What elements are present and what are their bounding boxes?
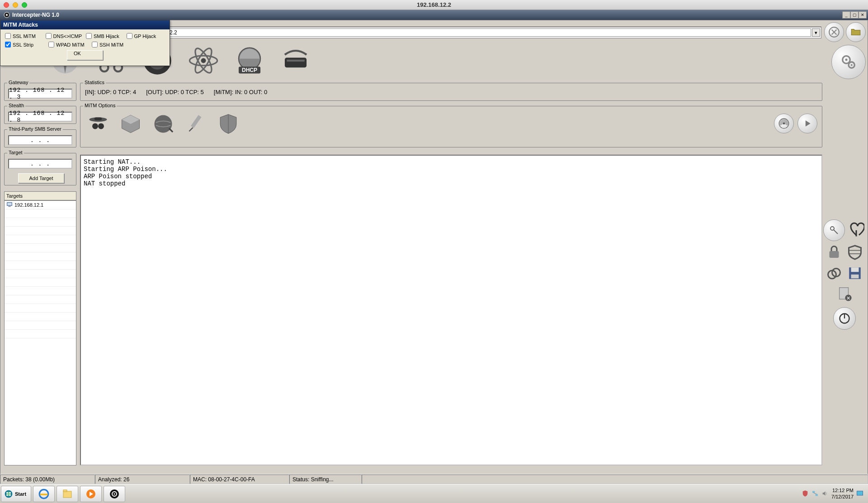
- status-bar: Packets: 38 (0.00Mb) Analyzed: 26 MAC: 0…: [0, 474, 868, 484]
- tray-clock[interactable]: 12:12 PM 7/12/2017: [831, 488, 854, 499]
- mac-close-button[interactable]: [4, 2, 9, 8]
- svg-line-63: [814, 493, 817, 494]
- taskbar-ie-button[interactable]: [33, 486, 55, 502]
- mac-titlebar: 192.168.12.2: [0, 0, 868, 10]
- toolbar-router-icon[interactable]: [278, 43, 313, 78]
- target-label: Target: [7, 150, 24, 155]
- app-close-button[interactable]: ✕: [859, 11, 867, 19]
- mitm-play-button[interactable]: [797, 114, 817, 133]
- target-group: Target . . . Add Target: [4, 153, 76, 185]
- right-file-delete-button[interactable]: ✕: [835, 285, 854, 304]
- tray-volume-icon[interactable]: [821, 490, 829, 498]
- settings-button[interactable]: [831, 45, 866, 79]
- stop-button[interactable]: [824, 22, 844, 42]
- computer-icon: [6, 201, 13, 209]
- mitm-options-group: MiTM Options: [80, 106, 822, 147]
- svg-point-8: [851, 64, 853, 66]
- mac-minimize-button[interactable]: [13, 2, 18, 8]
- right-power-button[interactable]: [833, 307, 856, 330]
- target-row-empty: [5, 244, 76, 252]
- mitm-options-label: MiTM Options: [83, 103, 117, 108]
- svg-rect-56: [63, 490, 67, 492]
- start-label: Start: [15, 491, 26, 497]
- right-rings-button[interactable]: [825, 264, 844, 283]
- svg-rect-61: [812, 491, 815, 493]
- mitm-syringe-icon[interactable]: [183, 111, 209, 137]
- tray-shield-icon[interactable]: [802, 490, 809, 498]
- app-titlebar: Intercepter-NG 1.0 _ ▢ ✕: [0, 10, 868, 20]
- right-lock-button[interactable]: [825, 243, 844, 262]
- svg-text:✕: ✕: [846, 295, 850, 301]
- svg-point-31: [92, 123, 98, 129]
- mitm-shield-icon[interactable]: [215, 111, 241, 137]
- app-restore-button[interactable]: ▢: [850, 11, 859, 19]
- mitm-box-icon[interactable]: [118, 111, 144, 137]
- chk-gp-hijack[interactable]: GP Hijack: [127, 33, 165, 39]
- right-layershield-button[interactable]: [845, 243, 864, 262]
- start-button[interactable]: Start: [1, 486, 31, 502]
- right-heart-button[interactable]: [847, 219, 866, 238]
- dialog-title[interactable]: MiTM Attacks: [0, 20, 170, 29]
- svg-line-35: [189, 128, 193, 131]
- right-key-button[interactable]: [823, 219, 845, 241]
- target-ip: 192.168.12.1: [14, 202, 43, 208]
- mitm-spy-icon[interactable]: [85, 111, 111, 137]
- svg-point-7: [845, 59, 848, 61]
- log-console[interactable]: Starting NAT... Starting ARP Poison... A…: [80, 155, 822, 465]
- statistics-label: Statistics: [83, 80, 106, 85]
- status-packets: Packets: 38 (0.00Mb): [0, 475, 95, 484]
- svg-rect-46: [851, 267, 859, 272]
- svg-point-20: [201, 58, 206, 63]
- add-target-button[interactable]: Add Target: [18, 173, 64, 183]
- address-dropdown[interactable]: ▾: [812, 28, 820, 37]
- target-input[interactable]: . . .: [8, 159, 72, 169]
- svg-point-38: [830, 227, 834, 230]
- stealth-label: Stealth: [7, 103, 25, 108]
- chk-smb-hijack[interactable]: SMB Hijack: [86, 33, 125, 39]
- chk-dns-icmp[interactable]: DNS<>ICMP: [46, 33, 85, 39]
- mitm-nuclear-button[interactable]: [774, 114, 794, 133]
- mac-maximize-button[interactable]: [22, 2, 27, 8]
- gateway-input[interactable]: 192 . 168 . 12 . 3: [8, 89, 72, 99]
- status-mac: MAC: 08-00-27-4C-00-FA: [190, 475, 289, 484]
- open-folder-button[interactable]: [846, 22, 866, 42]
- app-minimize-button[interactable]: _: [842, 11, 850, 19]
- chk-ssl-strip[interactable]: SSL Strip: [5, 42, 47, 47]
- svg-rect-30: [94, 117, 102, 120]
- taskbar-app-button[interactable]: [104, 486, 125, 502]
- targets-header[interactable]: Targets: [4, 191, 76, 200]
- taskbar-media-button[interactable]: [80, 486, 102, 502]
- targets-listbox[interactable]: 192.168.12.1: [4, 200, 76, 465]
- svg-point-1: [6, 14, 8, 16]
- stealth-input[interactable]: 192 . 168 . 12 . 8: [8, 112, 72, 122]
- statistics-text: [IN]: UDP: 0 TCP: 4 [OUT]: UDP: 0 TCP: 5…: [85, 89, 267, 95]
- chk-ssl-mitm[interactable]: SSL MiTM: [5, 33, 44, 39]
- address-input[interactable]: 2.2: [167, 28, 811, 37]
- mitm-globe-icon[interactable]: [150, 111, 176, 137]
- svg-point-60: [114, 493, 115, 494]
- target-row[interactable]: 192.168.12.1: [5, 201, 76, 209]
- status-analyzed: Analyzed: 26: [95, 475, 190, 484]
- svg-rect-47: [851, 275, 859, 279]
- target-row-empty: [5, 252, 76, 261]
- tray-show-desktop[interactable]: [856, 490, 863, 498]
- stats-in: [IN]: UDP: 0 TCP: 4: [85, 89, 136, 95]
- tray-network-icon[interactable]: [811, 490, 819, 498]
- right-save-button[interactable]: [845, 264, 864, 283]
- toolbar-dhcp-icon[interactable]: DHCP: [232, 43, 267, 78]
- svg-line-39: [834, 230, 838, 234]
- svg-text:DHCP: DHCP: [242, 67, 257, 73]
- mitm-attacks-dialog: MiTM Attacks SSL MiTM DNS<>ICMP SMB Hija…: [0, 20, 170, 66]
- chk-ssh-mitm[interactable]: SSH MiTM: [92, 42, 133, 47]
- svg-rect-27: [7, 203, 12, 206]
- taskbar-explorer-button[interactable]: [57, 486, 78, 502]
- toolbar-atom-icon[interactable]: [186, 43, 221, 78]
- dialog-ok-button[interactable]: OK: [67, 50, 103, 60]
- chk-wpad-mitm[interactable]: WPAD MiTM: [48, 42, 90, 47]
- smb-input[interactable]: . . .: [8, 135, 72, 145]
- mac-window-title: 192.168.12.2: [0, 1, 868, 8]
- status-empty: [362, 475, 868, 484]
- smb-label: Third-Party SMB Server: [7, 126, 63, 132]
- target-row-empty: [5, 321, 76, 330]
- svg-rect-25: [285, 57, 307, 67]
